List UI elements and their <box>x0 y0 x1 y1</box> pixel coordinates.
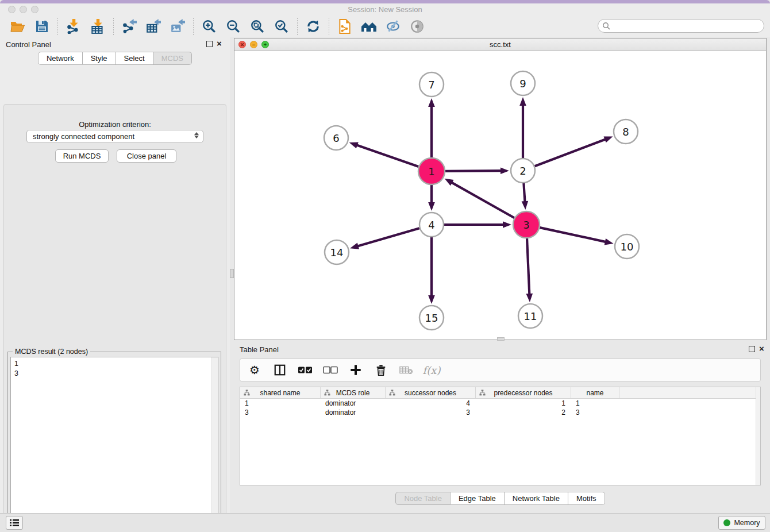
node-3[interactable]: 3 <box>513 211 540 238</box>
node-4[interactable]: 4 <box>419 213 444 237</box>
column-header-shared-name[interactable]: shared name <box>240 387 321 398</box>
tab-edge-table[interactable]: Edge Table <box>451 492 505 505</box>
edge-4-15[interactable] <box>428 237 435 304</box>
hide-panel-eye-slash-icon[interactable] <box>383 18 403 35</box>
edge-2-9[interactable] <box>519 97 526 158</box>
mcds-result-area[interactable]: 1 3 <box>10 357 218 532</box>
network-window-titlebar[interactable]: ✕ − + scc.txt <box>234 38 766 51</box>
edge-2-3[interactable] <box>522 183 529 210</box>
node-7[interactable]: 7 <box>419 72 444 97</box>
task-history-icon[interactable] <box>6 516 23 530</box>
float-panel-icon[interactable] <box>206 41 213 47</box>
export-network-icon[interactable] <box>120 18 139 35</box>
edge-3-10[interactable] <box>540 228 613 245</box>
search-input[interactable] <box>598 19 764 33</box>
deselect-all-icon[interactable] <box>323 363 338 377</box>
home-icon[interactable] <box>359 18 379 35</box>
memory-button[interactable]: Memory <box>718 516 765 530</box>
save-session-icon[interactable] <box>32 18 52 35</box>
traffic-light-zoom[interactable] <box>31 6 38 13</box>
add-column-icon[interactable] <box>348 363 363 377</box>
svg-text:3: 3 <box>523 219 529 231</box>
node-15[interactable]: 15 <box>419 306 444 330</box>
node-9[interactable]: 9 <box>511 71 535 95</box>
function-fx-icon-disabled: f(x) <box>424 363 439 377</box>
table-scrollbar[interactable] <box>756 387 760 485</box>
mcds-result-group: MCDS result (2 nodes) 1 3 <box>7 352 221 532</box>
tab-mcds[interactable]: MCDS <box>153 52 192 65</box>
table-panel-tabs: Node TableEdge TableNetwork TableMotifs <box>234 492 767 505</box>
node-14[interactable]: 14 <box>325 240 349 264</box>
show-eye-icon[interactable] <box>407 18 427 35</box>
edge-1-7[interactable] <box>428 98 435 157</box>
node-6[interactable]: 6 <box>324 126 348 150</box>
edge-4-3[interactable] <box>444 221 511 228</box>
node-11[interactable]: 11 <box>518 304 542 328</box>
criterion-select[interactable]: strongly connected component <box>26 130 203 143</box>
network-close-icon[interactable]: ✕ <box>238 41 246 48</box>
open-session-icon[interactable] <box>8 18 28 35</box>
edge-1-4[interactable] <box>428 185 435 211</box>
svg-text:8: 8 <box>622 126 629 138</box>
node-2[interactable]: 2 <box>511 159 535 183</box>
import-table-icon[interactable] <box>88 18 107 35</box>
svg-text:14: 14 <box>330 246 344 259</box>
zoom-in-icon[interactable] <box>199 18 219 35</box>
network-bottom-grab-handle[interactable] <box>497 337 505 341</box>
tab-network-table[interactable]: Network Table <box>505 492 568 505</box>
edge-4-14[interactable] <box>350 228 419 249</box>
edge-3-11[interactable] <box>526 238 533 302</box>
float-table-panel-icon[interactable] <box>749 346 755 352</box>
select-all-icon[interactable] <box>298 363 313 377</box>
delete-column-icon[interactable] <box>374 363 388 377</box>
open-network-file-icon[interactable] <box>335 18 355 35</box>
column-view-icon[interactable] <box>272 363 287 377</box>
tab-node-table[interactable]: Node Table <box>395 492 451 505</box>
run-mcds-button[interactable]: Run MCDS <box>55 149 109 163</box>
network-canvas[interactable]: 1234678910111415 <box>234 51 766 339</box>
table-row[interactable]: 1dominator411 <box>240 399 760 408</box>
cell-name: 1 <box>571 399 619 408</box>
column-header-name[interactable]: name <box>571 387 619 398</box>
edge-3-1[interactable] <box>445 179 514 218</box>
tab-network[interactable]: Network <box>38 52 83 65</box>
edge-1-2[interactable] <box>445 167 509 174</box>
node-8[interactable]: 8 <box>614 119 638 144</box>
traffic-light-close[interactable] <box>8 6 16 13</box>
panel-splitter[interactable] <box>230 37 234 513</box>
export-image-icon[interactable] <box>168 18 187 35</box>
gear-icon[interactable]: ⚙ <box>247 363 262 377</box>
tab-style[interactable]: Style <box>83 52 116 65</box>
tab-motifs[interactable]: Motifs <box>568 492 605 505</box>
result-scrollbar[interactable] <box>211 357 218 532</box>
close-panel-button[interactable]: Close panel <box>117 149 176 163</box>
column-header-MCDS-role[interactable]: MCDS role <box>321 387 386 398</box>
edge-1-6[interactable] <box>349 142 419 167</box>
table-row[interactable]: 3dominator323 <box>240 408 760 417</box>
refresh-icon[interactable] <box>303 18 323 35</box>
network-maximize-icon[interactable]: + <box>261 41 269 48</box>
table-panel: Table Panel × ⚙ f(x) shared nameMCDS rol… <box>234 342 767 513</box>
window-title: Session: New Session <box>0 3 770 16</box>
import-network-icon[interactable] <box>64 18 83 35</box>
mcds-result-title: MCDS result (2 nodes) <box>13 348 90 356</box>
main-toolbar <box>0 16 770 37</box>
column-header-successor-nodes[interactable]: successor nodes <box>386 387 476 398</box>
mcds-tab-content: Optimization criterion: strongly connect… <box>3 104 226 532</box>
splitter-grab-handle[interactable] <box>230 269 234 278</box>
node-1[interactable]: 1 <box>418 158 445 184</box>
network-minimize-icon[interactable]: − <box>250 41 257 48</box>
edge-2-8[interactable] <box>535 136 613 166</box>
zoom-fit-icon[interactable] <box>248 18 267 35</box>
export-table-icon[interactable] <box>144 18 163 35</box>
node-10[interactable]: 10 <box>615 234 639 259</box>
traffic-light-minimize[interactable] <box>20 6 27 13</box>
close-panel-icon[interactable]: × <box>217 38 222 49</box>
zoom-out-icon[interactable] <box>224 18 243 35</box>
node-table[interactable]: shared nameMCDS rolesuccessor nodesprede… <box>240 387 761 485</box>
close-table-panel-icon[interactable]: × <box>759 344 764 354</box>
memory-status-icon <box>723 519 730 526</box>
column-header-predecessor-nodes[interactable]: predecessor nodes <box>476 387 571 398</box>
tab-select[interactable]: Select <box>116 52 153 65</box>
zoom-selected-icon[interactable] <box>272 18 291 35</box>
